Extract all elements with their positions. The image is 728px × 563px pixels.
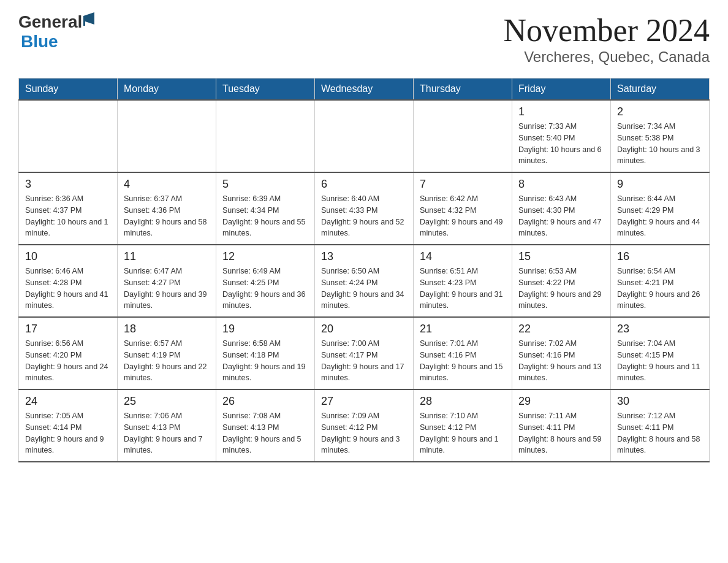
header-thursday: Thursday: [414, 79, 512, 101]
day-info: Sunrise: 7:12 AM Sunset: 4:11 PM Dayligh…: [617, 410, 703, 456]
table-row: 7Sunrise: 6:42 AM Sunset: 4:32 PM Daylig…: [414, 172, 512, 245]
table-row: 10Sunrise: 6:46 AM Sunset: 4:28 PM Dayli…: [19, 245, 118, 317]
day-info: Sunrise: 6:47 AM Sunset: 4:27 PM Dayligh…: [124, 266, 210, 312]
day-info: Sunrise: 6:54 AM Sunset: 4:21 PM Dayligh…: [617, 266, 703, 312]
day-number: 13: [321, 250, 407, 263]
day-info: Sunrise: 7:11 AM Sunset: 4:11 PM Dayligh…: [518, 410, 604, 456]
day-info: Sunrise: 6:37 AM Sunset: 4:36 PM Dayligh…: [124, 193, 210, 239]
day-info: Sunrise: 7:06 AM Sunset: 4:13 PM Dayligh…: [124, 410, 210, 456]
table-row: [19, 100, 118, 172]
day-info: Sunrise: 7:04 AM Sunset: 4:15 PM Dayligh…: [617, 338, 703, 384]
table-row: 20Sunrise: 7:00 AM Sunset: 4:17 PM Dayli…: [315, 317, 414, 389]
day-number: 6: [321, 178, 407, 191]
calendar-week-row: 1Sunrise: 7:33 AM Sunset: 5:40 PM Daylig…: [19, 100, 710, 172]
table-row: 16Sunrise: 6:54 AM Sunset: 4:21 PM Dayli…: [611, 245, 710, 317]
table-row: 26Sunrise: 7:08 AM Sunset: 4:13 PM Dayli…: [216, 389, 315, 462]
day-number: 19: [222, 323, 308, 335]
day-number: 9: [617, 178, 703, 191]
table-row: 6Sunrise: 6:40 AM Sunset: 4:33 PM Daylig…: [315, 172, 414, 245]
day-number: 10: [25, 250, 111, 263]
day-number: 30: [617, 395, 703, 408]
calendar-subtitle: Vercheres, Quebec, Canada: [504, 48, 710, 66]
table-row: 8Sunrise: 6:43 AM Sunset: 4:30 PM Daylig…: [512, 172, 611, 245]
day-number: 2: [617, 105, 703, 118]
day-number: 16: [617, 250, 703, 263]
calendar-week-row: 24Sunrise: 7:05 AM Sunset: 4:14 PM Dayli…: [19, 389, 710, 462]
table-row: [315, 100, 414, 172]
day-info: Sunrise: 6:51 AM Sunset: 4:23 PM Dayligh…: [420, 266, 506, 312]
day-number: 7: [420, 178, 506, 191]
day-number: 14: [420, 250, 506, 263]
calendar-header-row: Sunday Monday Tuesday Wednesday Thursday…: [19, 79, 710, 101]
page-header: General Blue November 2024 Vercheres, Qu…: [18, 12, 710, 66]
day-number: 17: [25, 323, 111, 335]
logo-blue-text: Blue: [21, 32, 58, 52]
calendar-week-row: 10Sunrise: 6:46 AM Sunset: 4:28 PM Dayli…: [19, 245, 710, 317]
day-info: Sunrise: 7:09 AM Sunset: 4:12 PM Dayligh…: [321, 410, 407, 456]
calendar-week-row: 3Sunrise: 6:36 AM Sunset: 4:37 PM Daylig…: [19, 172, 710, 245]
day-number: 25: [124, 395, 210, 408]
table-row: 3Sunrise: 6:36 AM Sunset: 4:37 PM Daylig…: [19, 172, 118, 245]
day-info: Sunrise: 6:49 AM Sunset: 4:25 PM Dayligh…: [222, 266, 308, 312]
day-number: 8: [518, 178, 604, 191]
day-info: Sunrise: 7:01 AM Sunset: 4:16 PM Dayligh…: [420, 338, 506, 384]
table-row: 19Sunrise: 6:58 AM Sunset: 4:18 PM Dayli…: [216, 317, 315, 389]
title-block: November 2024 Vercheres, Quebec, Canada: [504, 12, 710, 66]
table-row: [118, 100, 216, 172]
svg-rect-1: [83, 16, 85, 26]
day-number: 11: [124, 250, 210, 263]
table-row: 30Sunrise: 7:12 AM Sunset: 4:11 PM Dayli…: [611, 389, 710, 462]
calendar-table: Sunday Monday Tuesday Wednesday Thursday…: [18, 78, 710, 462]
table-row: 24Sunrise: 7:05 AM Sunset: 4:14 PM Dayli…: [19, 389, 118, 462]
table-row: 25Sunrise: 7:06 AM Sunset: 4:13 PM Dayli…: [118, 389, 216, 462]
table-row: 4Sunrise: 6:37 AM Sunset: 4:36 PM Daylig…: [118, 172, 216, 245]
day-number: 21: [420, 323, 506, 335]
table-row: 14Sunrise: 6:51 AM Sunset: 4:23 PM Dayli…: [414, 245, 512, 317]
day-info: Sunrise: 7:02 AM Sunset: 4:16 PM Dayligh…: [518, 338, 604, 384]
day-number: 18: [124, 323, 210, 335]
day-number: 15: [518, 250, 604, 263]
header-friday: Friday: [512, 79, 611, 101]
day-info: Sunrise: 6:39 AM Sunset: 4:34 PM Dayligh…: [222, 193, 308, 239]
table-row: 22Sunrise: 7:02 AM Sunset: 4:16 PM Dayli…: [512, 317, 611, 389]
day-info: Sunrise: 7:10 AM Sunset: 4:12 PM Dayligh…: [420, 410, 506, 456]
logo: General Blue: [18, 12, 100, 52]
day-info: Sunrise: 7:05 AM Sunset: 4:14 PM Dayligh…: [25, 410, 111, 456]
day-info: Sunrise: 7:34 AM Sunset: 5:38 PM Dayligh…: [617, 121, 703, 167]
day-info: Sunrise: 7:08 AM Sunset: 4:13 PM Dayligh…: [222, 410, 308, 456]
day-info: Sunrise: 6:42 AM Sunset: 4:32 PM Dayligh…: [420, 193, 506, 239]
table-row: 11Sunrise: 6:47 AM Sunset: 4:27 PM Dayli…: [118, 245, 216, 317]
day-info: Sunrise: 6:36 AM Sunset: 4:37 PM Dayligh…: [25, 193, 111, 239]
day-number: 1: [518, 105, 604, 118]
day-number: 29: [518, 395, 604, 408]
table-row: 23Sunrise: 7:04 AM Sunset: 4:15 PM Dayli…: [611, 317, 710, 389]
day-info: Sunrise: 6:46 AM Sunset: 4:28 PM Dayligh…: [25, 266, 111, 312]
day-info: Sunrise: 7:00 AM Sunset: 4:17 PM Dayligh…: [321, 338, 407, 384]
day-number: 4: [124, 178, 210, 191]
table-row: [414, 100, 512, 172]
header-wednesday: Wednesday: [315, 79, 414, 101]
day-number: 27: [321, 395, 407, 408]
table-row: 21Sunrise: 7:01 AM Sunset: 4:16 PM Dayli…: [414, 317, 512, 389]
table-row: 15Sunrise: 6:53 AM Sunset: 4:22 PM Dayli…: [512, 245, 611, 317]
day-info: Sunrise: 6:56 AM Sunset: 4:20 PM Dayligh…: [25, 338, 111, 384]
table-row: [216, 100, 315, 172]
table-row: 13Sunrise: 6:50 AM Sunset: 4:24 PM Dayli…: [315, 245, 414, 317]
calendar-title: November 2024: [504, 12, 710, 48]
header-sunday: Sunday: [19, 79, 118, 101]
day-info: Sunrise: 6:43 AM Sunset: 4:30 PM Dayligh…: [518, 193, 604, 239]
day-number: 5: [222, 178, 308, 191]
table-row: 17Sunrise: 6:56 AM Sunset: 4:20 PM Dayli…: [19, 317, 118, 389]
table-row: 29Sunrise: 7:11 AM Sunset: 4:11 PM Dayli…: [512, 389, 611, 462]
table-row: 18Sunrise: 6:57 AM Sunset: 4:19 PM Dayli…: [118, 317, 216, 389]
day-number: 20: [321, 323, 407, 335]
table-row: 12Sunrise: 6:49 AM Sunset: 4:25 PM Dayli…: [216, 245, 315, 317]
header-tuesday: Tuesday: [216, 79, 315, 101]
day-info: Sunrise: 7:33 AM Sunset: 5:40 PM Dayligh…: [518, 121, 604, 167]
day-info: Sunrise: 6:40 AM Sunset: 4:33 PM Dayligh…: [321, 193, 407, 239]
logo-general-text: General: [18, 12, 82, 32]
day-number: 26: [222, 395, 308, 408]
header-monday: Monday: [118, 79, 216, 101]
calendar-week-row: 17Sunrise: 6:56 AM Sunset: 4:20 PM Dayli…: [19, 317, 710, 389]
day-info: Sunrise: 6:53 AM Sunset: 4:22 PM Dayligh…: [518, 266, 604, 312]
